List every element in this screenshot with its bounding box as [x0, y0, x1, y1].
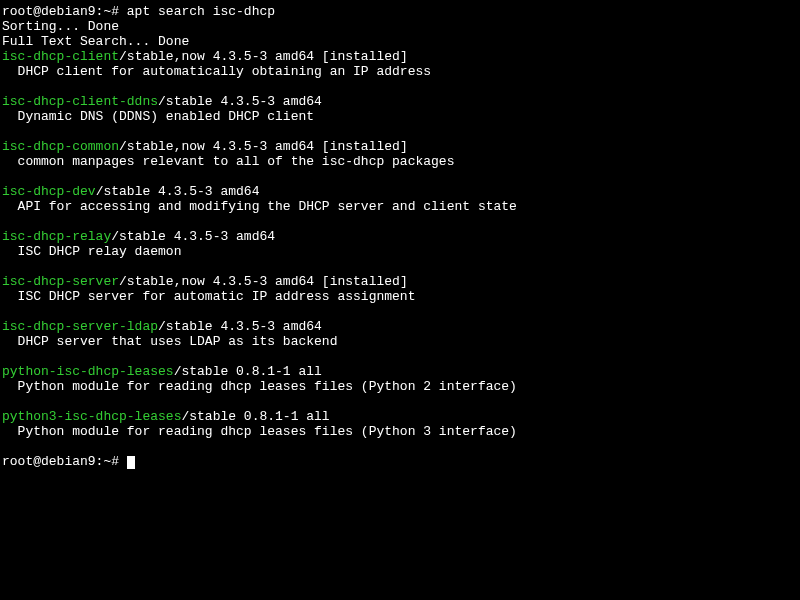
package-description: Python module for reading dhcp leases fi… — [2, 424, 798, 439]
prompt-line-1[interactable]: root@debian9:~# apt search isc-dhcp — [2, 4, 798, 19]
package-name: isc-dhcp-client-ddns — [2, 94, 158, 109]
package-result: python3-isc-dhcp-leases/stable 0.8.1-1 a… — [2, 409, 798, 439]
blank-line — [2, 124, 798, 139]
package-result: isc-dhcp-client/stable,now 4.3.5-3 amd64… — [2, 49, 798, 79]
status-searching: Full Text Search... Done — [2, 34, 798, 49]
prompt-text-2: root@debian9:~# — [2, 454, 127, 469]
package-name: python-isc-dhcp-leases — [2, 364, 174, 379]
package-name: isc-dhcp-server-ldap — [2, 319, 158, 334]
package-result: isc-dhcp-server/stable,now 4.3.5-3 amd64… — [2, 274, 798, 304]
package-name: python3-isc-dhcp-leases — [2, 409, 181, 424]
package-info: /stable 0.8.1-1 all — [181, 409, 329, 424]
package-name: isc-dhcp-server — [2, 274, 119, 289]
blank-line — [2, 439, 798, 454]
package-result: isc-dhcp-dev/stable 4.3.5-3 amd64 API fo… — [2, 184, 798, 214]
package-description: DHCP server that uses LDAP as its backen… — [2, 334, 798, 349]
package-info: /stable 4.3.5-3 amd64 — [111, 229, 275, 244]
package-result: isc-dhcp-common/stable,now 4.3.5-3 amd64… — [2, 139, 798, 169]
package-info: /stable 0.8.1-1 all — [174, 364, 322, 379]
package-info: /stable 4.3.5-3 amd64 — [158, 94, 322, 109]
package-result: isc-dhcp-server-ldap/stable 4.3.5-3 amd6… — [2, 319, 798, 349]
package-result: python-isc-dhcp-leases/stable 0.8.1-1 al… — [2, 364, 798, 394]
cursor-icon — [127, 456, 135, 469]
package-name: isc-dhcp-client — [2, 49, 119, 64]
package-name: isc-dhcp-dev — [2, 184, 96, 199]
package-info: /stable 4.3.5-3 amd64 — [96, 184, 260, 199]
blank-line — [2, 304, 798, 319]
package-description: API for accessing and modifying the DHCP… — [2, 199, 798, 214]
status-sorting: Sorting... Done — [2, 19, 798, 34]
package-name: isc-dhcp-common — [2, 139, 119, 154]
blank-line — [2, 79, 798, 94]
package-description: Python module for reading dhcp leases fi… — [2, 379, 798, 394]
package-description: common manpages relevant to all of the i… — [2, 154, 798, 169]
blank-line — [2, 349, 798, 364]
package-name: isc-dhcp-relay — [2, 229, 111, 244]
package-result: isc-dhcp-relay/stable 4.3.5-3 amd64 ISC … — [2, 229, 798, 259]
package-info: /stable,now 4.3.5-3 amd64 [installed] — [119, 49, 408, 64]
package-description: ISC DHCP relay daemon — [2, 244, 798, 259]
blank-line — [2, 259, 798, 274]
package-info: /stable,now 4.3.5-3 amd64 [installed] — [119, 139, 408, 154]
package-description: DHCP client for automatically obtaining … — [2, 64, 798, 79]
package-info: /stable 4.3.5-3 amd64 — [158, 319, 322, 334]
package-description: ISC DHCP server for automatic IP address… — [2, 289, 798, 304]
prompt-text-1: root@debian9:~# apt search isc-dhcp — [2, 4, 275, 19]
package-result: isc-dhcp-client-ddns/stable 4.3.5-3 amd6… — [2, 94, 798, 124]
prompt-line-2[interactable]: root@debian9:~# — [2, 454, 798, 469]
blank-line — [2, 214, 798, 229]
package-description: Dynamic DNS (DDNS) enabled DHCP client — [2, 109, 798, 124]
blank-line — [2, 169, 798, 184]
blank-line — [2, 394, 798, 409]
package-info: /stable,now 4.3.5-3 amd64 [installed] — [119, 274, 408, 289]
